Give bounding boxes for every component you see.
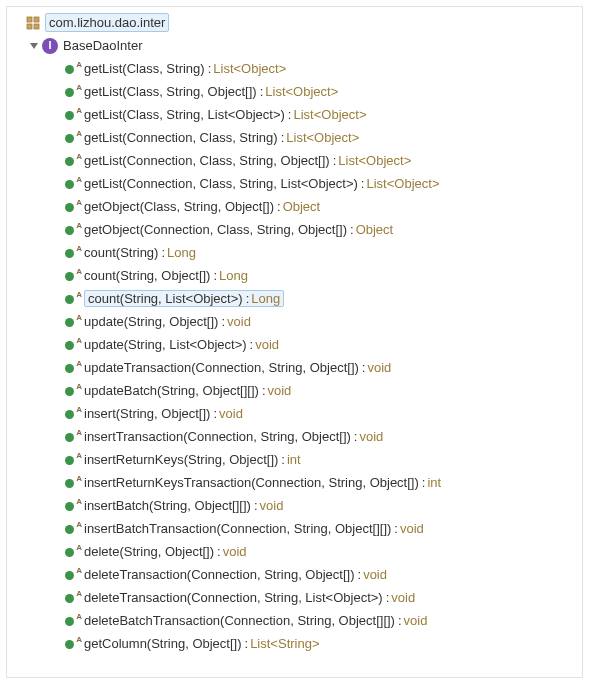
method-signature: delete(String, Object[]) (84, 544, 214, 559)
method-signature: updateBatch(String, Object[][]) (84, 383, 259, 398)
method-row[interactable]: Adelete(String, Object[]):void (7, 540, 582, 563)
method-label-group: count(String, Object[]):Long (84, 268, 248, 283)
method-label-group: getColumn(String, Object[]):List<String> (84, 636, 320, 651)
abstract-method-icon: A (65, 429, 81, 445)
method-row[interactable]: AgetList(Connection, Class, String, List… (7, 172, 582, 195)
method-label-group: getList(Class, String, List<Object>):Lis… (84, 107, 366, 122)
return-separator: : (398, 613, 402, 628)
method-return-type: void (400, 521, 424, 536)
method-return-type: Long (167, 245, 196, 260)
method-return-type: void (363, 567, 387, 582)
method-return-type: List<Object> (338, 153, 411, 168)
abstract-method-icon: A (65, 222, 81, 238)
method-label-group: getList(Connection, Class, String, List<… (84, 176, 439, 191)
method-row[interactable]: AgetList(Class, String, List<Object>):Li… (7, 103, 582, 126)
return-separator: : (221, 314, 225, 329)
method-row[interactable]: AdeleteTransaction(Connection, String, L… (7, 586, 582, 609)
abstract-method-icon: A (65, 61, 81, 77)
method-signature: deleteBatchTransaction(Connection, Strin… (84, 613, 395, 628)
method-signature: getObject(Class, String, Object[]) (84, 199, 274, 214)
method-label-group: updateTransaction(Connection, String, Ob… (84, 360, 391, 375)
abstract-method-icon: A (65, 84, 81, 100)
abstract-method-icon: A (65, 567, 81, 583)
abstract-method-icon: A (65, 383, 81, 399)
return-separator: : (277, 199, 281, 214)
method-return-type: int (287, 452, 301, 467)
method-return-type: void (260, 498, 284, 513)
method-row[interactable]: AgetObject(Connection, Class, String, Ob… (7, 218, 582, 241)
method-signature: deleteTransaction(Connection, String, Li… (84, 590, 383, 605)
method-row[interactable]: AdeleteBatchTransaction(Connection, Stri… (7, 609, 582, 632)
method-label-group: deleteTransaction(Connection, String, Li… (84, 590, 415, 605)
method-return-type: List<String> (250, 636, 319, 651)
svg-rect-2 (27, 24, 32, 29)
method-signature: update(String, List<Object>) (84, 337, 247, 352)
abstract-method-icon: A (65, 636, 81, 652)
method-row[interactable]: Ainsert(String, Object[]):void (7, 402, 582, 425)
method-row[interactable]: AinsertReturnKeysTransaction(Connection,… (7, 471, 582, 494)
method-signature: updateTransaction(Connection, String, Ob… (84, 360, 359, 375)
method-row[interactable]: Aupdate(String, Object[]):void (7, 310, 582, 333)
return-separator: : (350, 222, 354, 237)
method-row[interactable]: AdeleteTransaction(Connection, String, O… (7, 563, 582, 586)
abstract-method-icon: A (65, 475, 81, 491)
method-return-type: void (223, 544, 247, 559)
method-row[interactable]: Acount(String, Object[]):Long (7, 264, 582, 287)
return-separator: : (288, 107, 292, 122)
method-row[interactable]: AupdateBatch(String, Object[][]):void (7, 379, 582, 402)
method-label-group: insertTransaction(Connection, String, Ob… (84, 429, 383, 444)
abstract-method-icon: A (65, 107, 81, 123)
method-row[interactable]: AgetList(Class, String, Object[]):List<O… (7, 80, 582, 103)
method-signature: getList(Connection, Class, String, Objec… (84, 153, 330, 168)
interface-row[interactable]: I BaseDaoInter (7, 34, 582, 57)
method-label-group: getObject(Connection, Class, String, Obj… (84, 222, 393, 237)
method-signature: getColumn(String, Object[]) (84, 636, 242, 651)
return-separator: : (250, 337, 254, 352)
return-separator: : (213, 406, 217, 421)
expand-twisty-icon[interactable] (27, 39, 41, 53)
method-row[interactable]: AinsertReturnKeys(String, Object[]):int (7, 448, 582, 471)
method-return-type: List<Object> (293, 107, 366, 122)
method-label-group: insertBatch(String, Object[][]):void (84, 498, 283, 513)
method-signature: insertBatchTransaction(Connection, Strin… (84, 521, 391, 536)
return-separator: : (281, 130, 285, 145)
interface-icon: I (42, 38, 58, 54)
method-row[interactable]: AupdateTransaction(Connection, String, O… (7, 356, 582, 379)
method-return-type: void (359, 429, 383, 444)
method-signature: getList(Class, String, Object[]) (84, 84, 257, 99)
abstract-method-icon: A (65, 544, 81, 560)
method-return-type: Long (251, 291, 280, 306)
abstract-method-icon: A (65, 452, 81, 468)
method-return-type: List<Object> (286, 130, 359, 145)
method-signature: getList(Class, String, List<Object>) (84, 107, 285, 122)
method-row[interactable]: AgetList(Connection, Class, String):List… (7, 126, 582, 149)
abstract-method-icon: A (65, 590, 81, 606)
method-row[interactable]: Acount(String):Long (7, 241, 582, 264)
method-signature: getList(Class, String) (84, 61, 205, 76)
method-row[interactable]: AinsertBatch(String, Object[][]):void (7, 494, 582, 517)
return-separator: : (333, 153, 337, 168)
method-signature: count(String) (84, 245, 158, 260)
method-row[interactable]: Aupdate(String, List<Object>):void (7, 333, 582, 356)
method-row[interactable]: AinsertTransaction(Connection, String, O… (7, 425, 582, 448)
method-return-type: Object (283, 199, 321, 214)
method-row[interactable]: Acount(String, List<Object>):Long (7, 287, 582, 310)
method-signature: insertTransaction(Connection, String, Ob… (84, 429, 351, 444)
method-row[interactable]: AgetObject(Class, String, Object[]):Obje… (7, 195, 582, 218)
method-row[interactable]: AinsertBatchTransaction(Connection, Stri… (7, 517, 582, 540)
method-row[interactable]: AgetList(Class, String):List<Object> (7, 57, 582, 80)
package-row[interactable]: com.lizhou.dao.inter (7, 11, 582, 34)
package-icon (25, 15, 41, 31)
svg-marker-4 (30, 43, 38, 49)
return-separator: : (281, 452, 285, 467)
method-row[interactable]: AgetList(Connection, Class, String, Obje… (7, 149, 582, 172)
method-signature: update(String, Object[]) (84, 314, 218, 329)
return-separator: : (161, 245, 165, 260)
method-signature: insertBatch(String, Object[][]) (84, 498, 251, 513)
package-label: com.lizhou.dao.inter (45, 13, 169, 32)
method-label-group: insert(String, Object[]):void (84, 406, 243, 421)
method-row[interactable]: AgetColumn(String, Object[]):List<String… (7, 632, 582, 655)
return-separator: : (394, 521, 398, 536)
method-return-type: void (255, 337, 279, 352)
outline-panel: com.lizhou.dao.inter I BaseDaoInter Aget… (6, 6, 583, 678)
